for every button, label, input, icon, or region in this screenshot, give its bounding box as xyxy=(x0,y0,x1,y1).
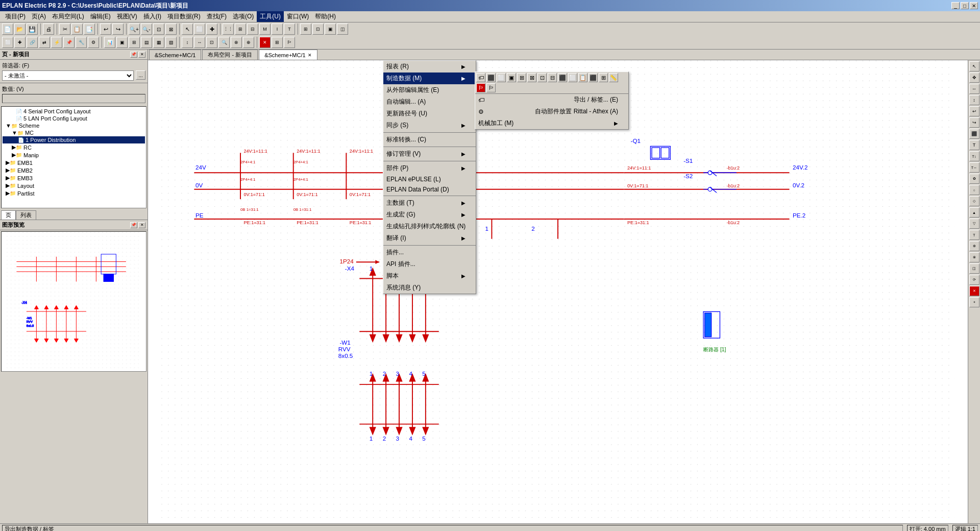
rt-btn-18[interactable]: ⊗ xyxy=(969,252,979,262)
tb-cross[interactable]: ✚ xyxy=(206,23,217,35)
tb-select[interactable]: ⬜ xyxy=(194,23,205,35)
tb-cut[interactable]: ✂ xyxy=(59,23,70,35)
tree-item-lan5[interactable]: 📄 5 LAN Port Config Layout xyxy=(3,115,145,122)
tb2-5[interactable]: ⚡ xyxy=(51,37,62,48)
tb-copy[interactable]: 📋 xyxy=(71,23,83,35)
doc-tab-scheme1[interactable]: &Scheme+MC/1 ✕ xyxy=(259,50,317,60)
rt-btn-17[interactable]: ⊕ xyxy=(969,241,979,251)
tree-item-emb1[interactable]: ▶ 📁 EMB1 xyxy=(3,159,145,166)
sub-tb-12[interactable]: ⬛ xyxy=(589,73,598,82)
cm-newpath[interactable]: 更新路径号 (U) xyxy=(383,108,476,119)
rt-btn-14[interactable]: ▲ xyxy=(969,207,979,218)
rt-btn-16[interactable]: T xyxy=(969,230,979,240)
rt-btn-20[interactable]: ⟳ xyxy=(969,275,979,285)
sub-tb-4[interactable]: ▣ xyxy=(507,73,516,82)
tree-item-emb3[interactable]: ▶ 📁 EMB3 xyxy=(3,174,145,182)
tree-item-serial4[interactable]: 📄 4 Serial Port Config Layout xyxy=(3,108,145,115)
menu-options[interactable]: 选项(O) xyxy=(230,11,257,22)
tb2-6[interactable]: 📌 xyxy=(63,37,75,48)
tb2-9[interactable]: 📊 xyxy=(104,37,115,48)
tb-ortho[interactable]: ⊟ xyxy=(247,23,258,35)
cm-dataportal[interactable]: EPLAN Data Portal (D) xyxy=(383,184,476,195)
sub-tb-8[interactable]: ⊟ xyxy=(548,73,557,82)
tb2-14[interactable]: ▧ xyxy=(165,37,177,48)
tb2-22[interactable]: ⊞ xyxy=(272,37,283,48)
cm-drillgen[interactable]: 生成钻孔排列样式/轮廓线 (N) xyxy=(383,221,476,232)
rt-btn-12[interactable]: ○ xyxy=(969,185,979,195)
rt-btn-13[interactable]: ◇ xyxy=(969,196,979,206)
maximize-button[interactable]: □ xyxy=(961,2,969,9)
sub-tb-15[interactable]: 🏳 xyxy=(476,83,485,92)
tree-item-layout[interactable]: ▶ 📁 Layout xyxy=(3,182,145,189)
filter-select[interactable]: - 未激活 - xyxy=(2,70,134,81)
menu-layout[interactable]: 布局空间(L) xyxy=(49,11,87,22)
cm-sync[interactable]: 同步 (S) ▶ xyxy=(383,119,476,131)
cm-revmgmt[interactable]: 修订管理 (V) ▶ xyxy=(383,148,476,160)
tb2-1[interactable]: ⬜ xyxy=(2,37,13,48)
rt-btn-4[interactable]: ↕ xyxy=(969,95,979,105)
tb2-8[interactable]: ⚙ xyxy=(88,37,99,48)
doc-tab-close-icon[interactable]: ✕ xyxy=(308,53,312,58)
tb-zoomin[interactable]: 🔍+ xyxy=(129,23,140,35)
tree-item-rc[interactable]: ▶ 📁 RC xyxy=(3,143,145,151)
cm-plugin[interactable]: 插件... xyxy=(383,247,476,258)
tb-arrow[interactable]: ↖ xyxy=(182,23,193,35)
menu-find[interactable]: 查找(F) xyxy=(204,11,230,22)
cm-script[interactable]: 脚本 ▶ xyxy=(383,270,476,282)
doc-tab-layout[interactable]: 布局空间 - 新项目 xyxy=(202,50,258,60)
tb-extra3[interactable]: ▣ xyxy=(325,23,336,35)
menu-page[interactable]: 页(A) xyxy=(29,11,49,22)
tb-zoomout[interactable]: 🔍- xyxy=(141,23,152,35)
rt-btn-22[interactable]: ⌖ xyxy=(969,297,979,307)
drawing-area[interactable]: 24V 0V PE 24V.2 0V.2 PE.2 -Q1 -S1 -S2 xyxy=(148,60,968,523)
sub-exportlabel[interactable]: 🏷 导出 / 标签... (E) xyxy=(475,94,628,106)
tb2-7[interactable]: 🔧 xyxy=(76,37,87,48)
cm-manuf[interactable]: 制造数据 (M) ▶ xyxy=(383,73,476,84)
lv-tab-page[interactable]: 页 xyxy=(1,210,16,220)
cm-macro[interactable]: 生成宏 (G) ▶ xyxy=(383,209,476,221)
tb-undo[interactable]: ↩ xyxy=(100,23,111,35)
tb-m1[interactable]: M xyxy=(259,23,271,35)
tree-item-scheme[interactable]: ▼ 📁 Scheme xyxy=(3,122,145,129)
tb2-10[interactable]: ▣ xyxy=(116,37,128,48)
sub-tb-10[interactable]: ⬜ xyxy=(568,73,577,82)
tb-m2[interactable]: I xyxy=(272,23,283,35)
cm-stdconv[interactable]: 标准转换... (C) xyxy=(383,134,476,146)
rt-btn-9[interactable]: T↕ xyxy=(969,151,979,161)
sub-tb-1[interactable]: 🏷 xyxy=(476,73,485,82)
tb-paste[interactable]: 📑 xyxy=(84,23,95,35)
sub-machining[interactable]: 机械加工 (M) ▶ xyxy=(475,117,628,129)
menu-projdata[interactable]: 项目数据(R) xyxy=(164,11,204,22)
menu-project[interactable]: 项目(P) xyxy=(2,11,29,22)
tb-snap[interactable]: ⊞ xyxy=(235,23,246,35)
rt-btn-8[interactable]: T xyxy=(969,140,979,150)
sub-tb-7[interactable]: ⊡ xyxy=(537,73,547,82)
tb2-17[interactable]: ⊡ xyxy=(206,37,217,48)
lv-tab-list[interactable]: 列表 xyxy=(16,210,36,220)
tb2-21[interactable]: ✕ xyxy=(259,37,271,48)
preview-close-btn[interactable]: ✕ xyxy=(138,222,145,228)
tree-item-powerdist[interactable]: 📄 1 Power Distribution xyxy=(3,136,145,143)
tb-m3[interactable]: T xyxy=(284,23,295,35)
tb-redo[interactable]: ↪ xyxy=(112,23,124,35)
sub-tb-11[interactable]: 📋 xyxy=(578,73,587,82)
sub-tb-6[interactable]: ⊠ xyxy=(527,73,536,82)
tb-extra1[interactable]: ⊞ xyxy=(300,23,311,35)
tb2-13[interactable]: ▦ xyxy=(153,37,164,48)
close-button[interactable]: ✕ xyxy=(970,2,978,9)
tb-print[interactable]: 🖨 xyxy=(43,23,54,35)
panel-pin-btn[interactable]: 📌 xyxy=(130,52,137,58)
cm-report[interactable]: 报表 (R) ▶ xyxy=(383,61,476,73)
values-input[interactable] xyxy=(2,94,145,103)
rt-btn-10[interactable]: T↔ xyxy=(969,162,979,173)
rt-btn-15[interactable]: ▽ xyxy=(969,219,979,229)
cm-epulse[interactable]: EPLAN ePULSE (L) xyxy=(383,174,476,184)
sub-tb-2[interactable]: ⬛ xyxy=(486,73,496,82)
tree-item-emb2[interactable]: ▶ 📁 EMB2 xyxy=(3,166,145,174)
cm-sysmsg[interactable]: 系统消息 (Y) xyxy=(383,282,476,294)
rt-btn-1[interactable]: ↖ xyxy=(969,61,979,71)
tb2-4[interactable]: ⇄ xyxy=(39,37,50,48)
tb-open[interactable]: 📂 xyxy=(14,23,26,35)
cm-master[interactable]: 主数据 (T) ▶ xyxy=(383,197,476,209)
menu-edit[interactable]: 编辑(E) xyxy=(87,11,114,22)
